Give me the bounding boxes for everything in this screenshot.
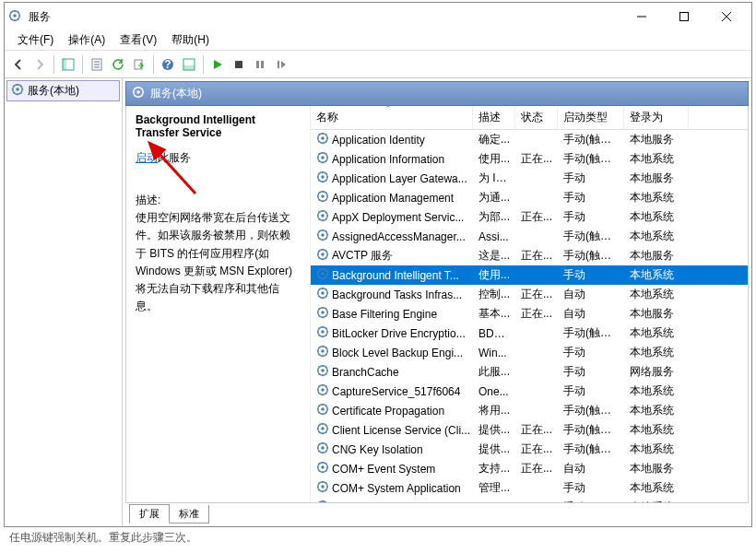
list-row[interactable]: COM+ System Application管理...手动本地系统 [311, 478, 748, 498]
list-row[interactable]: Application Layer Gatewa...为 In...手动本地服务 [311, 169, 748, 188]
close-button[interactable] [705, 4, 748, 29]
cell-desc: 这是... [473, 247, 515, 265]
list-row[interactable]: Application Management为通...手动本地系统 [311, 188, 748, 207]
svg-point-50 [321, 427, 325, 430]
cell-name: Client License Service (Cli... [311, 421, 473, 439]
svg-point-20 [321, 136, 325, 140]
cell-start: 手动(触发... [558, 247, 624, 265]
gear-icon [316, 229, 329, 244]
cell-start: 自动 [558, 286, 624, 303]
main-header-title: 服务(本地) [150, 86, 202, 101]
list-row[interactable]: BitLocker Drive Encryptio...BDE...手动(触发.… [311, 324, 748, 343]
cell-start: 手动 [558, 189, 624, 206]
svg-point-16 [16, 88, 19, 91]
main-body: Background Intelligent Transfer Service … [125, 106, 749, 503]
maximize-button[interactable] [663, 4, 705, 29]
list-row[interactable]: AssignedAccessManager...Assi...手动(触发...本… [311, 227, 748, 246]
cell-start: 手动(触发... [558, 421, 624, 439]
cell-name: CaptureService_517f6064 [311, 382, 473, 400]
cell-name: Application Identity [311, 131, 473, 148]
cell-login: 本地系统 [624, 208, 689, 226]
menu-help[interactable]: 帮助(H) [164, 30, 217, 50]
list-row[interactable]: CNG Key Isolation提供...正在...手动(触发...本地系统 [311, 440, 748, 459]
cell-start: 手动(触发... [558, 228, 624, 245]
window-title: 服务 [29, 9, 620, 25]
titlebar: 服务 [5, 3, 751, 30]
toolbar-button[interactable] [179, 54, 199, 75]
cell-desc: Assi... [473, 229, 515, 244]
cell-status [515, 275, 558, 276]
list-row[interactable]: BranchCache此服...手动网络服务 [311, 362, 748, 382]
cell-name: BitLocker Drive Encryptio... [311, 324, 473, 342]
tree-item-services-local[interactable]: 服务(本地) [6, 80, 120, 101]
export-button[interactable] [129, 54, 149, 75]
list-row[interactable]: Certificate Propagation将用...手动(触发...本地系统 [311, 401, 748, 420]
col-start[interactable]: 启动类型 [558, 106, 624, 129]
cell-start: 手动 [558, 382, 624, 400]
start-service-button[interactable] [207, 54, 228, 75]
show-hide-tree-button[interactable] [58, 54, 78, 75]
menu-view[interactable]: 查看(V) [112, 30, 164, 50]
list-row[interactable]: Application Identity确定...手动(触发...本地服务 [311, 130, 748, 149]
cell-login: 本地系统 [624, 499, 689, 502]
cell-desc: BDE... [473, 326, 515, 341]
list-row[interactable]: COM+ Event System支持...正在...自动本地服务 [311, 459, 748, 478]
svg-rect-14 [278, 61, 279, 68]
cell-desc: 提供... [473, 421, 515, 439]
gear-icon [316, 287, 329, 302]
help-button[interactable]: ? [158, 54, 178, 75]
col-status[interactable]: 状态 [515, 106, 558, 129]
gear-icon [316, 209, 329, 225]
cell-login: 本地服务 [624, 247, 689, 265]
start-service-link[interactable]: 启动 [136, 151, 158, 164]
forward-button[interactable] [30, 54, 50, 75]
main-header: 服务(本地) [125, 81, 749, 106]
cell-login: 本地系统 [624, 228, 689, 245]
cell-start: 自动 [558, 460, 624, 477]
back-button[interactable] [8, 54, 29, 75]
refresh-button[interactable] [108, 54, 128, 75]
svg-rect-11 [235, 61, 242, 68]
restart-service-button[interactable] [271, 54, 291, 75]
list-row[interactable]: Base Filtering Engine基本...正在...自动本地服务 [311, 304, 748, 324]
menu-action[interactable]: 操作(A) [61, 30, 112, 50]
svg-point-32 [321, 253, 325, 256]
svg-point-24 [321, 175, 325, 179]
cell-start: 手动(触发... [558, 441, 624, 458]
properties-button[interactable] [87, 54, 107, 75]
cell-status [515, 488, 558, 489]
pause-service-button[interactable] [250, 54, 270, 75]
cell-status [515, 139, 558, 141]
list-row[interactable]: Background Intelligent T...使用...手动本地系统 [311, 265, 748, 285]
col-name[interactable]: 名称⌃ [311, 106, 473, 129]
list-row[interactable]: AVCTP 服务这是...正在...手动(触发...本地服务 [311, 246, 748, 265]
cell-login: 本地系统 [624, 402, 689, 419]
svg-point-30 [321, 233, 325, 237]
service-list[interactable]: 名称⌃ 描述 状态 启动类型 登录为 Application Identity确… [311, 106, 748, 502]
gear-icon [11, 83, 24, 99]
col-desc[interactable]: 描述 [473, 106, 515, 129]
tab-standard[interactable]: 标准 [169, 505, 209, 524]
list-row[interactable]: CaptureService_517f6064One...手动本地系统 [311, 382, 748, 401]
menu-file[interactable]: 文件(F) [10, 30, 61, 50]
tree-pane[interactable]: 服务(本地) [5, 78, 123, 526]
list-row[interactable]: Background Tasks Infras...控制...正在...自动本地… [311, 285, 748, 304]
list-row[interactable]: Block Level Backup Engi...Win...手动本地系统 [311, 343, 748, 362]
gear-icon [316, 267, 329, 283]
cell-status: 正在... [515, 150, 558, 168]
cell-status [515, 391, 558, 393]
gear-icon [316, 132, 329, 147]
svg-point-34 [321, 272, 325, 276]
tab-extended[interactable]: 扩展 [129, 504, 170, 524]
col-login[interactable]: 登录为 [624, 106, 689, 129]
cell-status [515, 352, 558, 354]
list-row[interactable]: Client License Service (Cli...提供...正在...… [311, 420, 748, 440]
cell-name: CNG Key Isolation [311, 441, 473, 458]
list-row[interactable]: AppX Deployment Servic...为部...正在...手动本地系… [311, 207, 748, 227]
stop-service-button[interactable] [229, 54, 249, 75]
minimize-button[interactable] [620, 4, 663, 29]
cell-desc: 提供... [473, 441, 515, 458]
list-row[interactable]: Application Information使用...正在...手动(触发..… [311, 149, 748, 169]
cell-name: Application Management [311, 189, 473, 206]
list-row[interactable]: Connected User Experien...Con...手动本地系统 [311, 498, 748, 502]
